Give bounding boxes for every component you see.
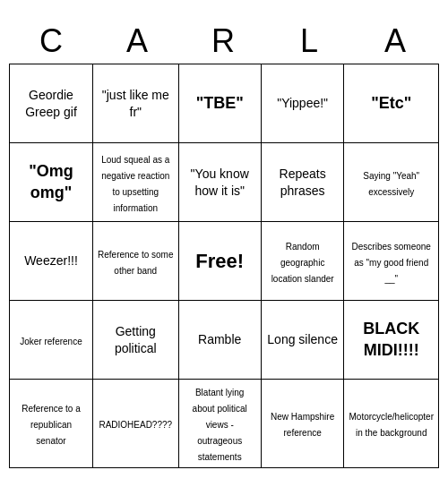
bingo-cell: Loud squeal as a negative reaction to up… [92,143,178,222]
bingo-cell: "just like me fr" [92,64,178,143]
bingo-cell: BLACK MIDI!!!! [344,301,439,380]
cell-text: Reference to a republican senator [22,404,81,446]
header-letter: L [267,19,353,64]
cell-text: Motorcycle/helicopter in the background [349,412,433,438]
cell-text: Long silence [267,332,338,346]
cell-text: Getting political [115,324,157,355]
bingo-cell: Blatant lying about political views - ou… [178,380,261,468]
cell-text: New Hampshire reference [271,412,334,438]
bingo-cell: "TBE" [178,64,261,143]
cell-text: "just like me fr" [102,88,169,118]
bingo-cell: "Omg omg" [10,143,93,222]
cell-text: Reference to some other band [98,250,174,276]
bingo-cell: Weezer!!! [10,222,93,301]
cell-text: Weezer!!! [24,253,78,268]
cell-text: Repeats phrases [280,167,326,197]
bingo-cell: Getting political [92,301,178,380]
cell-text: BLACK MIDI!!!! [363,320,419,358]
bingo-cell: "You know how it is" [178,143,261,222]
cell-text: "Omg omg" [29,162,73,201]
bingo-cell: Ramble [178,301,261,380]
cell-text: Geordie Greep gif [25,88,77,118]
bingo-cell: New Hampshire reference [261,380,344,468]
cell-text: Describes someone as "my good friend __" [352,242,431,284]
bingo-cell: Reference to a republican senator [10,380,93,468]
table-row: Joker referenceGetting politicalRambleLo… [10,301,439,380]
cell-text: "TBE" [196,94,244,112]
bingo-cell: Random geographic location slander [261,222,344,301]
bingo-cell: Reference to some other band [92,222,178,301]
bingo-cell: Motorcycle/helicopter in the background [344,380,439,468]
cell-text: Blatant lying about political views - ou… [193,388,247,462]
bingo-cell: "Etc" [344,64,439,143]
cell-text: Random geographic location slander [271,242,334,284]
cell-text: Saying "Yeah" excessively [363,171,419,197]
cell-text: Loud squeal as a negative reaction to up… [101,155,169,213]
cell-text: Free! [195,250,244,272]
table-row: "Omg omg"Loud squeal as a negative react… [10,143,439,222]
header-letter: R [181,19,267,64]
bingo-cell: Saying "Yeah" excessively [344,143,439,222]
cell-text: "Etc" [371,94,411,112]
header-letter: C [9,19,95,64]
bingo-cell: Geordie Greep gif [10,64,93,143]
header-letter: A [95,19,181,64]
bingo-cell: Free! [178,222,261,301]
table-row: Weezer!!!Reference to some other bandFre… [10,222,439,301]
bingo-cell: RADIOHEAD???? [92,380,178,468]
cell-text: "You know how it is" [191,167,249,197]
bingo-cell: Long silence [261,301,344,380]
table-row: Geordie Greep gif"just like me fr""TBE""… [10,64,439,143]
bingo-cell: Joker reference [10,301,93,380]
cell-text: "Yippee!" [277,96,328,110]
bingo-cell: Describes someone as "my good friend __" [344,222,439,301]
bingo-grid: Geordie Greep gif"just like me fr""TBE""… [9,64,439,468]
table-row: Reference to a republican senatorRADIOHE… [10,380,439,468]
cell-text: RADIOHEAD???? [99,420,172,430]
cell-text: Joker reference [20,337,82,346]
cell-text: Ramble [198,332,241,346]
bingo-header: CARLA [9,19,439,64]
bingo-cell: "Yippee!" [261,64,344,143]
bingo-cell: Repeats phrases [261,143,344,222]
header-letter: A [353,19,439,64]
